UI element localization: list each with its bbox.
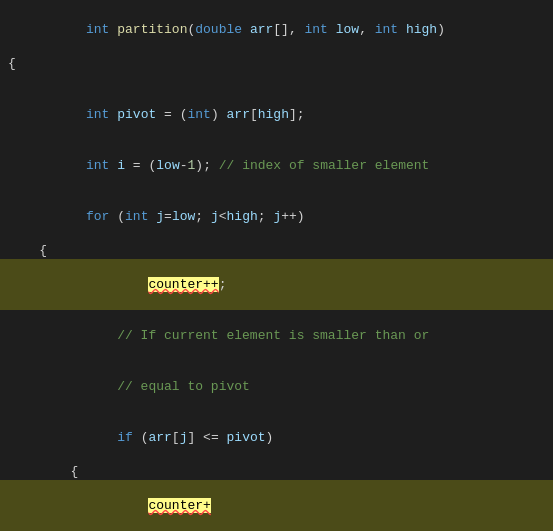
code-line-7: { — [0, 242, 553, 259]
code-line-13: counter+ — [0, 480, 553, 531]
keyword-int: int — [86, 22, 109, 37]
code-line-1: int partition(double arr[], int low, int… — [0, 4, 553, 55]
code-line-3 — [0, 72, 553, 89]
fn-partition: partition — [117, 22, 187, 37]
code-line-5: int i = (low-1); // index of smaller ele… — [0, 140, 553, 191]
counter-highlight-1: counter++ — [148, 277, 218, 292]
code-block: int partition(double arr[], int low, int… — [0, 0, 553, 531]
code-line-8: counter++; — [0, 259, 553, 310]
code-line-10: // equal to pivot — [0, 361, 553, 412]
code-line-12: { — [0, 463, 553, 480]
code-line-2: { — [0, 55, 553, 72]
code-line-6: for (int j=low; j<high; j++) — [0, 191, 553, 242]
code-line-4: int pivot = (int) arr[high]; — [0, 89, 553, 140]
code-line-11: if (arr[j] <= pivot) — [0, 412, 553, 463]
counter-highlight-2: counter+ — [148, 498, 210, 513]
code-line-9: // If current element is smaller than or — [0, 310, 553, 361]
